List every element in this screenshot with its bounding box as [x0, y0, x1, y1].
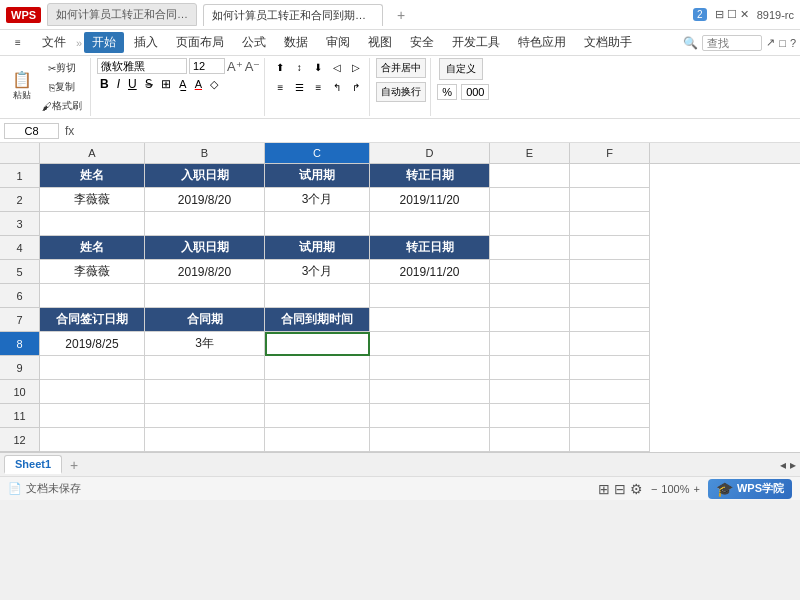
cell-b11[interactable]: [145, 404, 265, 428]
text-rotate-button[interactable]: ↱: [347, 78, 365, 96]
sheet-scroll-left[interactable]: ◂: [780, 458, 786, 472]
tab-formula[interactable]: 公式: [234, 32, 274, 53]
col-header-a[interactable]: A: [40, 143, 145, 163]
align-bottom-button[interactable]: ⬇: [309, 58, 327, 76]
cell-b9[interactable]: [145, 356, 265, 380]
underline-button[interactable]: U: [125, 76, 140, 92]
cell-a9[interactable]: [40, 356, 145, 380]
help-icon[interactable]: ?: [790, 37, 796, 49]
search-input[interactable]: [702, 35, 762, 51]
row-header-1[interactable]: 1: [0, 164, 39, 188]
cut-button[interactable]: ✂ 剪切: [38, 59, 86, 77]
row-header-5[interactable]: 5: [0, 260, 39, 284]
cell-b6[interactable]: [145, 284, 265, 308]
cell-d4[interactable]: 转正日期: [370, 236, 490, 260]
strikethrough-button[interactable]: S̶: [142, 76, 156, 92]
cell-f8[interactable]: [570, 332, 650, 356]
cell-e9[interactable]: [490, 356, 570, 380]
tab-page-layout[interactable]: 页面布局: [168, 32, 232, 53]
cell-c9[interactable]: [265, 356, 370, 380]
font-name-input[interactable]: [97, 58, 187, 74]
cell-b4[interactable]: 入职日期: [145, 236, 265, 260]
cell-c12[interactable]: [265, 428, 370, 452]
expand-icon[interactable]: ↗: [766, 36, 775, 49]
text-direction-button[interactable]: ↰: [328, 78, 346, 96]
col-header-e[interactable]: E: [490, 143, 570, 163]
cell-d10[interactable]: [370, 380, 490, 404]
row-header-9[interactable]: 9: [0, 356, 39, 380]
tab-dochelper[interactable]: 文档助手: [576, 32, 640, 53]
font-size-increase-button[interactable]: A⁺: [227, 59, 243, 74]
indent-decrease-button[interactable]: ◁: [328, 58, 346, 76]
cell-a5[interactable]: 李薇薇: [40, 260, 145, 284]
cell-b12[interactable]: [145, 428, 265, 452]
row-header-7[interactable]: 7: [0, 308, 39, 332]
zoom-in-button[interactable]: +: [694, 483, 700, 495]
grid-view-icon[interactable]: ⊞: [598, 481, 610, 497]
clear-button[interactable]: ◇: [207, 77, 221, 92]
font-color-button[interactable]: A: [192, 77, 205, 91]
sheet-scroll-right[interactable]: ▸: [790, 458, 796, 472]
cell-a12[interactable]: [40, 428, 145, 452]
col-header-f[interactable]: F: [570, 143, 650, 163]
cell-c8[interactable]: [265, 332, 370, 356]
cell-c2[interactable]: 3个月: [265, 188, 370, 212]
row-header-2[interactable]: 2: [0, 188, 39, 212]
cell-f10[interactable]: [570, 380, 650, 404]
cell-b3[interactable]: [145, 212, 265, 236]
cell-e2[interactable]: [490, 188, 570, 212]
merge-center-button[interactable]: 合并居中: [376, 58, 426, 78]
italic-button[interactable]: I: [114, 76, 123, 92]
row-header-11[interactable]: 11: [0, 404, 39, 428]
cell-c11[interactable]: [265, 404, 370, 428]
cell-b1[interactable]: 入职日期: [145, 164, 265, 188]
cell-a10[interactable]: [40, 380, 145, 404]
auto-wrap-button[interactable]: 自动换行: [376, 82, 426, 102]
add-sheet-button[interactable]: +: [64, 455, 84, 475]
row-header-6[interactable]: 6: [0, 284, 39, 308]
cell-d8[interactable]: [370, 332, 490, 356]
align-middle-button[interactable]: ↕: [290, 58, 308, 76]
align-center-button[interactable]: ☰: [290, 78, 308, 96]
cell-a11[interactable]: [40, 404, 145, 428]
zoom-out-button[interactable]: −: [651, 483, 657, 495]
cell-f2[interactable]: [570, 188, 650, 212]
cell-c3[interactable]: [265, 212, 370, 236]
cell-f12[interactable]: [570, 428, 650, 452]
settings-icon[interactable]: □: [779, 37, 786, 49]
cell-c10[interactable]: [265, 380, 370, 404]
menu-icon[interactable]: ≡: [4, 35, 32, 50]
cell-c7[interactable]: 合同到期时间: [265, 308, 370, 332]
col-header-b[interactable]: B: [145, 143, 265, 163]
tab-special[interactable]: 特色应用: [510, 32, 574, 53]
cell-a6[interactable]: [40, 284, 145, 308]
cell-b5[interactable]: 2019/8/20: [145, 260, 265, 284]
cell-f11[interactable]: [570, 404, 650, 428]
function-icon[interactable]: fx: [63, 124, 76, 138]
cell-d9[interactable]: [370, 356, 490, 380]
row-header-10[interactable]: 10: [0, 380, 39, 404]
font-size-input[interactable]: [189, 58, 225, 74]
cell-e1[interactable]: [490, 164, 570, 188]
copy-button[interactable]: ⎘ 复制: [38, 78, 86, 96]
cell-f4[interactable]: [570, 236, 650, 260]
tab-security[interactable]: 安全: [402, 32, 442, 53]
cell-b10[interactable]: [145, 380, 265, 404]
cell-d11[interactable]: [370, 404, 490, 428]
row-header-3[interactable]: 3: [0, 212, 39, 236]
indent-increase-button[interactable]: ▷: [347, 58, 365, 76]
cell-c4[interactable]: 试用期: [265, 236, 370, 260]
align-left-button[interactable]: ≡: [271, 78, 289, 96]
cell-e11[interactable]: [490, 404, 570, 428]
cell-e8[interactable]: [490, 332, 570, 356]
font-size-decrease-button[interactable]: A⁻: [245, 59, 261, 74]
wps-academy-button[interactable]: 🎓 WPS学院: [708, 479, 792, 499]
cell-f6[interactable]: [570, 284, 650, 308]
cell-a1[interactable]: 姓名: [40, 164, 145, 188]
tab-data[interactable]: 数据: [276, 32, 316, 53]
custom-format-button[interactable]: 自定义: [439, 58, 483, 80]
cell-a7[interactable]: 合同签订日期: [40, 308, 145, 332]
cell-e7[interactable]: [490, 308, 570, 332]
tab-start[interactable]: 开始: [84, 32, 124, 53]
cell-d7[interactable]: [370, 308, 490, 332]
